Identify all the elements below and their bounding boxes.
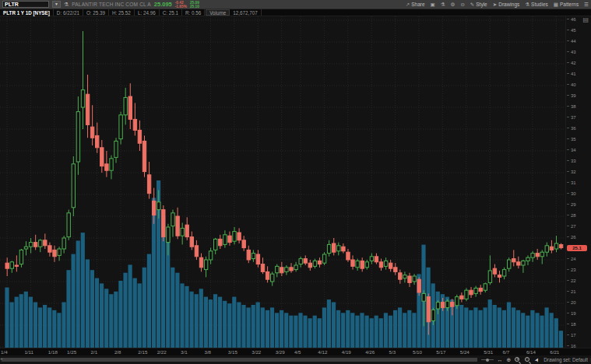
menu-button[interactable]: ☰ [584,2,589,8]
style-button[interactable]: ✎ Style [470,2,487,8]
top-toolbar: ▼ ⚗ PALANTIR TECH INC COM CL A 25.095 -0… [0,0,591,9]
company-name: PALANTIR TECH INC COM CL A [72,2,151,7]
price-axis-tick: 43 [567,50,576,55]
symbol-input[interactable] [2,1,49,8]
price-axis-tick: 29 [567,202,576,208]
price-axis-tick: 27 [567,224,576,229]
price-axis-tick: 39 [567,93,576,99]
price-axis-tick: 24 [567,257,576,262]
date-tick: 4/26 [365,349,375,355]
price-axis-tick: 40 [567,82,576,88]
beaker-icon: ⚗ [441,2,445,8]
patterns-button[interactable]: ▦ Patterns [554,2,579,8]
high-cell: H: 25.52 [109,9,135,16]
bid-ask: 25.09 25.10 [190,1,199,9]
date-tick: 2/22 [157,349,167,355]
date-tick: 5/17 [436,349,445,355]
date-tick: 6/7 [502,349,509,355]
volume-value: 12,672,707 [230,9,262,16]
cursor-pointer-icon[interactable]: ➤ [533,356,541,363]
price-axis-tick: 23 [567,268,576,273]
symbol-dropdown-button[interactable]: ▼ [52,1,61,8]
open-cell: O: 25.39 [83,9,109,16]
chart-menu-icon[interactable]: ▤ [582,17,589,23]
time-axis[interactable]: 1/41/111/181/252/12/82/152/223/13/83/153… [0,348,591,355]
price-axis-tick: 34 [567,148,576,153]
patterns-label: Patterns [560,2,579,7]
price-axis-tick: 31 [567,180,576,186]
snapshot-button[interactable]: ▣ [431,2,435,8]
drawing-set-selector[interactable]: Drawing set: Default [544,357,588,362]
date-tick: 2/1 [91,349,98,355]
price-axis-tick: 30 [567,191,576,197]
chart-area[interactable]: ▤ 46454443424140393837363534333231302928… [0,16,591,348]
price-change: -0.42 -1.65% [175,1,187,9]
date-tick: 3/15 [228,349,237,355]
date-tick: 5/10 [413,349,422,355]
style-label: Style [476,2,487,7]
price-axis-tick: 22 [567,278,576,284]
hamburger-menu-icon: ☰ [584,2,589,8]
ohlc-data-bar: PLTR 1 Y 1D [NYSE] D: 6/22/21 O: 25.39 H… [0,9,591,16]
volume-study-label[interactable]: Volume [206,9,230,16]
price-axis-tick: 42 [567,61,576,66]
auto-scale-icon[interactable]: ⊕ [507,356,512,364]
date-tick: 5/3 [389,349,396,355]
patterns-icon: ▦ [554,2,558,8]
drawings-button[interactable]: ➤ Drawings [493,2,520,8]
zoom-slider[interactable] [481,359,494,360]
last-price: 25.095 [154,1,172,8]
date-tick: 3/1 [181,349,188,355]
studies-button[interactable]: ⚗ Studies [525,2,548,8]
date-tick: 1/18 [48,349,58,355]
studies-label: Studies [531,2,548,7]
date-tick: 4/12 [318,349,327,355]
date-tick: 4/19 [342,349,351,355]
price-axis-tick: 46 [567,17,576,23]
date-tick: 6/21 [550,349,559,355]
date-tick: 4/5 [294,349,301,355]
share-label: Share [411,2,424,7]
share-button[interactable]: ↗ Share [406,2,425,8]
date-tick: 3/22 [252,349,261,355]
date-tick: 3/29 [276,349,285,355]
zoom-controls: ↔ ⊕ + - ➤ Drawing set: Default [477,355,589,364]
settings-gear-button[interactable]: ⚙ [451,2,456,8]
style-icon: ✎ [470,2,474,8]
price-volume-plot[interactable] [0,16,565,348]
date-tick: 3/8 [204,349,211,355]
price-axis-tick: 32 [567,170,576,175]
price-axis-tick: 35 [567,137,576,142]
date-tick: 5/24 [460,349,470,355]
price-axis-tick: 26 [567,235,576,240]
analyze-flask-icon[interactable]: ⚗ [64,1,69,8]
studies-flask-icon: ⚗ [525,2,529,8]
toolbar-right-group: ↗ Share ▣ ⚗ ⚙ ⊙ ✎ Style ➤ Drawings ⚗ Stu… [406,2,589,8]
scrollbar-thumb[interactable] [2,358,487,362]
zoom-slider-handle[interactable] [486,359,489,362]
price-axis-tick: 36 [567,126,576,131]
beaker-button[interactable]: ⚗ [441,2,445,8]
zoom-out-icon[interactable]: - [525,357,531,363]
date-tick: 1/11 [24,349,33,355]
drawings-cursor-icon: ➤ [493,2,497,8]
scrollbar-expand-icon[interactable]: + [0,356,3,361]
date-cell: D: 6/22/21 [54,9,83,16]
date-tick: 2/8 [114,349,121,355]
date-tick: 5/31 [484,349,493,355]
price-axis-tick: 38 [567,104,576,110]
price-axis[interactable]: ▤ 46454443424140393837363534333231302928… [565,16,591,348]
date-tick: 6/14 [526,349,536,355]
price-axis-tick: 18 [567,322,576,327]
quick-settings-button[interactable]: ⊙ [460,2,464,8]
date-tick: 2/15 [138,349,147,355]
horizontal-expand-icon[interactable]: ↔ [498,356,503,364]
drawings-label: Drawings [498,2,519,7]
zoom-in-icon[interactable]: + [515,357,521,363]
close-cell: C: 25.1 [160,9,182,16]
ask-value: 25.10 [190,5,199,9]
price-axis-tick: 45 [567,28,576,33]
price-axis-tick: 33 [567,159,576,164]
price-axis-tick: 20 [567,300,576,306]
date-tick: 1/25 [67,349,76,355]
